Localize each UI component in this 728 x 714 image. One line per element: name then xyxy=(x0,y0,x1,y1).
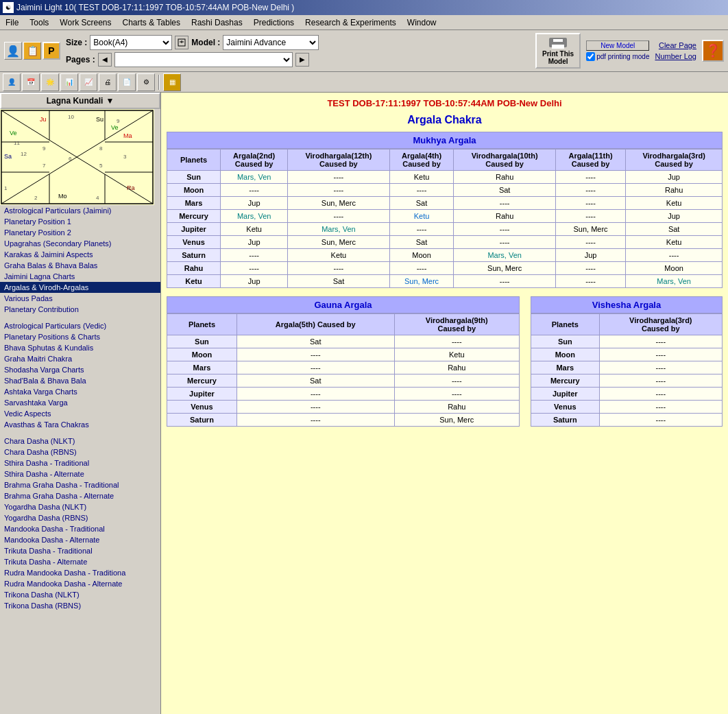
table-row: Saturn xyxy=(167,249,221,262)
menu-work-screens[interactable]: Work Screens xyxy=(54,16,117,29)
number-log-label[interactable]: Number Log xyxy=(655,52,696,60)
table-row: Ketu xyxy=(221,223,288,236)
print-label: Print This xyxy=(542,50,574,58)
sidebar-item-upagrahas[interactable]: Upagrahas (Secondary Planets) xyxy=(0,238,160,249)
pages-row: Pages : ◀ ▶ xyxy=(66,52,319,67)
pdf-checkbox[interactable] xyxy=(586,52,595,61)
sidebar-item-shodasha[interactable]: Shodasha Varga Charts xyxy=(0,364,160,375)
menu-predictions[interactable]: Predictions xyxy=(248,16,300,29)
tb2-btn6[interactable]: 🖨 xyxy=(99,73,117,91)
tb2-btn3[interactable]: 🌟 xyxy=(41,73,59,91)
pages-select[interactable] xyxy=(114,52,293,67)
sidebar-item-mandooka-alt[interactable]: Mandooka Dasha - Alternate xyxy=(0,534,160,545)
svg-text:2: 2 xyxy=(34,195,38,201)
sidebar-item-shadbala[interactable]: Shad'Bala & Bhava Bala xyxy=(0,375,160,386)
kundali-chart: Ju Su 10 Ve 11 Ve Ma 9 Sa 12 6 xyxy=(0,109,154,205)
sidebar-item-chara-rbns[interactable]: Chara Dasha (RBNS) xyxy=(0,447,160,457)
new-model-btn[interactable]: New Model xyxy=(586,40,649,51)
vishesha-section: Vishesha Argala Planets Virodhargala(3rd… xyxy=(531,296,723,427)
sidebar-item-planet-pos-vedic[interactable]: Planetary Positions & Charts xyxy=(0,331,160,342)
model-select[interactable]: Jaimini Advance Parashar xyxy=(223,35,319,50)
sidebar-item-sthira-alt[interactable]: Sthira Dasha - Alternate xyxy=(0,468,160,479)
sidebar-item-chara-nlkt[interactable]: Chara Dasha (NLKT) xyxy=(0,436,160,447)
menu-rashi-dashas[interactable]: Rashi Dashas xyxy=(186,16,248,29)
sidebar-item-karakas[interactable]: Karakas & Jaimini Aspects xyxy=(0,249,160,260)
sidebar-item-trikuta-alt[interactable]: Trikuta Dasha - Alternate xyxy=(0,556,160,567)
table-row: Sat xyxy=(389,236,454,249)
help-icon-btn[interactable]: ❓ xyxy=(702,40,724,62)
table-row: ---- xyxy=(394,335,519,348)
svg-text:Ma: Ma xyxy=(123,132,132,139)
menu-window[interactable]: Window xyxy=(402,16,442,29)
tb2-btn2[interactable]: 📅 xyxy=(22,73,40,91)
svg-text:Ra: Ra xyxy=(127,185,135,191)
sidebar-item-trikona-rbns[interactable]: Trikona Dasha (RBNS) xyxy=(0,600,160,611)
sidebar-item-sthira-trad[interactable]: Sthira Dasha - Traditional xyxy=(0,457,160,468)
menu-charts-tables[interactable]: Charts & Tables xyxy=(117,16,186,29)
tb2-btn1[interactable]: 👤 xyxy=(3,73,21,91)
sidebar-item-brahma-alt[interactable]: Brahma Graha Dasha - Alternate xyxy=(0,490,160,501)
print-section: Print This Model New Model pdf printing … xyxy=(535,33,724,69)
model-icon-btn[interactable] xyxy=(175,36,189,49)
sidebar-item-vedic-aspects[interactable]: Vedic Aspects xyxy=(0,408,160,419)
main-area: Lagna Kundali ▼ xyxy=(0,93,728,714)
sidebar-item-sarvashtaka[interactable]: Sarvashtaka Varga xyxy=(0,397,160,408)
p-icon-btn[interactable]: P xyxy=(43,42,60,60)
clear-page-label[interactable]: Clear Page xyxy=(659,41,696,49)
sidebar-item-lagna-charts[interactable]: Jaimini Lagna Charts xyxy=(0,271,160,282)
sidebar-item-yogardha-rbns[interactable]: Yogardha Dasha (RBNS) xyxy=(0,512,160,523)
sidebar-item-trikuta-trad[interactable]: Trikuta Dasha - Traditional xyxy=(0,545,160,556)
table-row: ---- xyxy=(236,414,394,427)
table-row: ---- xyxy=(288,171,389,184)
table-row: Mars, Ven xyxy=(221,171,288,184)
prev-page-btn[interactable]: ◀ xyxy=(98,53,112,67)
table-row: ---- xyxy=(599,374,722,388)
sidebar-dropdown-btn[interactable]: ▼ xyxy=(106,96,114,106)
sidebar-item-padas[interactable]: Various Padas xyxy=(0,293,160,304)
menu-tools[interactable]: Tools xyxy=(24,16,54,29)
book-icon-btn[interactable]: 📋 xyxy=(23,42,41,60)
print-button[interactable]: Print This Model xyxy=(535,33,581,69)
tb2-btn7[interactable]: 📄 xyxy=(118,73,136,91)
svg-text:Mo: Mo xyxy=(58,193,67,200)
sidebar-item-planet-contrib[interactable]: Planetary Contribution xyxy=(0,304,160,315)
table-row: Sun, Merc xyxy=(288,236,389,249)
sidebar-item-yogardha-nlkt[interactable]: Yogardha Dasha (NLKT) xyxy=(0,501,160,512)
sidebar-item-graha-balas[interactable]: Graha Balas & Bhava Balas xyxy=(0,260,160,271)
sidebar-item-argalas[interactable]: Argalas & Virodh-Argalas xyxy=(0,282,160,293)
sidebar-item-mandooka-trad[interactable]: Mandooka Dasha - Traditional xyxy=(0,523,160,534)
svg-rect-3 xyxy=(553,39,563,42)
menu-file[interactable]: File xyxy=(0,16,24,29)
next-page-btn[interactable]: ▶ xyxy=(295,53,309,67)
sidebar-item-bhava-sphutas[interactable]: Bhava Sphutas & Kundalis xyxy=(0,342,160,353)
menu-research[interactable]: Research & Experiments xyxy=(300,16,402,29)
sidebar-item-planet-pos1[interactable]: Planetary Position 1 xyxy=(0,216,160,227)
svg-text:Sa: Sa xyxy=(4,153,12,160)
table-row: Ketu xyxy=(394,348,519,361)
tb2-btn8[interactable]: ⚙ xyxy=(137,73,155,91)
svg-text:11: 11 xyxy=(14,140,20,146)
tb2-btn4[interactable]: 📊 xyxy=(60,73,78,91)
sidebar-item-planet-pos2[interactable]: Planetary Position 2 xyxy=(0,227,160,238)
sidebar-item-graha-maitri[interactable]: Graha Maitri Chakra xyxy=(0,353,160,364)
clear-number-section: Clear Page Number Log xyxy=(655,41,696,60)
user-icon-btn[interactable]: 👤 xyxy=(4,42,22,60)
table-row: ---- xyxy=(236,361,394,374)
tb2-btn5[interactable]: 📈 xyxy=(80,73,97,91)
sidebar-item-avasthas[interactable]: Avasthas & Tara Chakras xyxy=(0,419,160,430)
sidebar-item-trikona-nlkt[interactable]: Trikona Dasha (NLKT) xyxy=(0,589,160,600)
size-select[interactable]: Book(A4) A4 xyxy=(90,35,172,50)
gauna-section: Gauna Argala Planets Argala(5th) Caused … xyxy=(167,296,520,427)
table-row: Sat xyxy=(236,335,394,348)
sidebar-item-ashtaka[interactable]: Ashtaka Varga Charts xyxy=(0,386,160,397)
sidebar-item-rudra-alt[interactable]: Rudra Mandooka Dasha - Alternate xyxy=(0,578,160,589)
table-row: Ketu xyxy=(626,197,723,210)
table-row: Rahu xyxy=(454,171,555,184)
sidebar-item-astro-vedic[interactable]: Astrological Particulars (Vedic) xyxy=(0,320,160,331)
main-title: Argala Chakra xyxy=(167,114,723,126)
sidebar-item-astro-jaimini[interactable]: Astrological Particulars (Jaimini) xyxy=(0,205,160,216)
table-row: Jupiter xyxy=(167,388,237,401)
tb2-btn9[interactable]: ▦ xyxy=(163,73,181,91)
sidebar-item-brahma-trad[interactable]: Brahma Graha Dasha - Traditional xyxy=(0,479,160,490)
sidebar-item-rudra-trad[interactable]: Rudra Mandooka Dasha - Traditiona xyxy=(0,567,160,578)
